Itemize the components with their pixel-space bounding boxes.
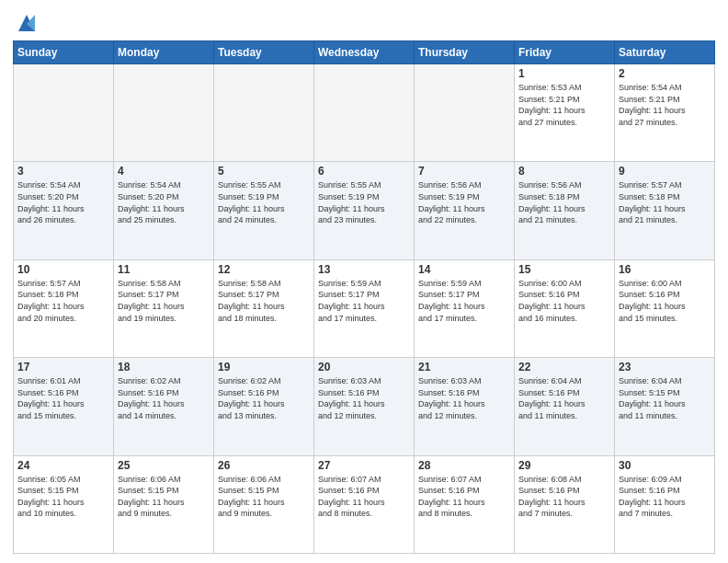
day-number: 1 <box>518 67 610 80</box>
calendar-day-cell: 18Sunrise: 6:02 AM Sunset: 5:16 PM Dayli… <box>114 358 214 455</box>
day-number: 30 <box>619 459 711 472</box>
day-info: Sunrise: 6:07 AM Sunset: 5:16 PM Dayligh… <box>318 474 410 520</box>
calendar-day-cell <box>314 64 415 162</box>
calendar-day-cell: 7Sunrise: 5:56 AM Sunset: 5:19 PM Daylig… <box>415 162 515 259</box>
calendar-day-header: Thursday <box>415 41 515 64</box>
day-info: Sunrise: 6:04 AM Sunset: 5:16 PM Dayligh… <box>518 375 610 421</box>
day-info: Sunrise: 5:54 AM Sunset: 5:20 PM Dayligh… <box>118 179 210 225</box>
calendar-day-cell: 19Sunrise: 6:02 AM Sunset: 5:16 PM Dayli… <box>214 358 314 455</box>
day-info: Sunrise: 6:01 AM Sunset: 5:16 PM Dayligh… <box>17 375 109 421</box>
day-number: 23 <box>619 361 711 373</box>
header <box>13 9 715 35</box>
day-info: Sunrise: 6:00 AM Sunset: 5:16 PM Dayligh… <box>518 278 610 324</box>
day-number: 14 <box>418 263 510 276</box>
day-info: Sunrise: 6:08 AM Sunset: 5:16 PM Dayligh… <box>518 474 610 520</box>
day-info: Sunrise: 6:02 AM Sunset: 5:16 PM Dayligh… <box>218 375 310 421</box>
day-number: 12 <box>218 263 310 276</box>
day-info: Sunrise: 5:56 AM Sunset: 5:19 PM Dayligh… <box>418 179 510 225</box>
day-info: Sunrise: 5:55 AM Sunset: 5:19 PM Dayligh… <box>218 179 310 225</box>
day-info: Sunrise: 6:05 AM Sunset: 5:15 PM Dayligh… <box>17 474 109 520</box>
day-number: 27 <box>318 459 410 472</box>
calendar-day-cell <box>114 64 214 162</box>
day-info: Sunrise: 5:56 AM Sunset: 5:18 PM Dayligh… <box>518 179 610 225</box>
calendar-day-cell: 4Sunrise: 5:54 AM Sunset: 5:20 PM Daylig… <box>114 162 214 259</box>
day-number: 9 <box>619 165 711 178</box>
calendar-day-cell: 2Sunrise: 5:54 AM Sunset: 5:21 PM Daylig… <box>615 64 715 162</box>
day-number: 6 <box>318 165 410 178</box>
day-number: 24 <box>17 459 109 472</box>
day-number: 17 <box>17 361 109 373</box>
calendar-day-cell: 14Sunrise: 5:59 AM Sunset: 5:17 PM Dayli… <box>415 259 515 357</box>
day-info: Sunrise: 5:58 AM Sunset: 5:17 PM Dayligh… <box>118 278 210 324</box>
calendar-day-cell: 25Sunrise: 6:06 AM Sunset: 5:15 PM Dayli… <box>114 455 214 553</box>
day-number: 7 <box>418 165 510 178</box>
calendar-day-cell: 28Sunrise: 6:07 AM Sunset: 5:16 PM Dayli… <box>415 455 515 553</box>
calendar-day-cell: 27Sunrise: 6:07 AM Sunset: 5:16 PM Dayli… <box>314 455 415 553</box>
day-number: 19 <box>218 361 310 373</box>
day-info: Sunrise: 6:03 AM Sunset: 5:16 PM Dayligh… <box>318 375 410 421</box>
calendar-day-cell: 10Sunrise: 5:57 AM Sunset: 5:18 PM Dayli… <box>14 259 114 357</box>
calendar-day-cell <box>415 64 515 162</box>
calendar-day-cell <box>14 64 114 162</box>
calendar-day-cell: 30Sunrise: 6:09 AM Sunset: 5:16 PM Dayli… <box>615 455 715 553</box>
day-number: 28 <box>418 459 510 472</box>
day-info: Sunrise: 6:00 AM Sunset: 5:16 PM Dayligh… <box>619 278 711 324</box>
day-number: 15 <box>518 263 610 276</box>
day-info: Sunrise: 5:54 AM Sunset: 5:21 PM Dayligh… <box>619 82 711 128</box>
day-info: Sunrise: 5:54 AM Sunset: 5:20 PM Dayligh… <box>17 179 109 225</box>
day-number: 20 <box>318 361 410 373</box>
day-info: Sunrise: 6:04 AM Sunset: 5:15 PM Dayligh… <box>619 375 711 421</box>
day-info: Sunrise: 5:57 AM Sunset: 5:18 PM Dayligh… <box>619 179 711 225</box>
calendar-day-header: Wednesday <box>314 41 415 64</box>
calendar-day-header: Friday <box>515 41 615 64</box>
calendar-week-row: 1Sunrise: 5:53 AM Sunset: 5:21 PM Daylig… <box>14 64 715 162</box>
calendar-day-cell: 1Sunrise: 5:53 AM Sunset: 5:21 PM Daylig… <box>515 64 615 162</box>
calendar-day-cell: 16Sunrise: 6:00 AM Sunset: 5:16 PM Dayli… <box>615 259 715 357</box>
calendar-day-cell: 13Sunrise: 5:59 AM Sunset: 5:17 PM Dayli… <box>314 259 415 357</box>
day-info: Sunrise: 6:02 AM Sunset: 5:16 PM Dayligh… <box>118 375 210 421</box>
calendar-day-cell: 5Sunrise: 5:55 AM Sunset: 5:19 PM Daylig… <box>214 162 314 259</box>
calendar-day-header: Monday <box>114 41 214 64</box>
day-info: Sunrise: 5:59 AM Sunset: 5:17 PM Dayligh… <box>418 278 510 324</box>
calendar-day-cell: 11Sunrise: 5:58 AM Sunset: 5:17 PM Dayli… <box>114 259 214 357</box>
day-number: 21 <box>418 361 510 373</box>
day-info: Sunrise: 5:59 AM Sunset: 5:17 PM Dayligh… <box>318 278 410 324</box>
calendar-day-cell: 22Sunrise: 6:04 AM Sunset: 5:16 PM Dayli… <box>515 358 615 455</box>
calendar-day-cell: 12Sunrise: 5:58 AM Sunset: 5:17 PM Dayli… <box>214 259 314 357</box>
calendar-day-header: Tuesday <box>214 41 314 64</box>
calendar-day-header: Sunday <box>14 41 114 64</box>
day-number: 5 <box>218 165 310 178</box>
calendar-week-row: 17Sunrise: 6:01 AM Sunset: 5:16 PM Dayli… <box>14 358 715 455</box>
day-number: 3 <box>17 165 109 178</box>
day-number: 22 <box>518 361 610 373</box>
day-info: Sunrise: 6:06 AM Sunset: 5:15 PM Dayligh… <box>218 474 310 520</box>
day-info: Sunrise: 5:57 AM Sunset: 5:18 PM Dayligh… <box>17 278 109 324</box>
calendar-week-row: 3Sunrise: 5:54 AM Sunset: 5:20 PM Daylig… <box>14 162 715 259</box>
calendar-day-cell: 15Sunrise: 6:00 AM Sunset: 5:16 PM Dayli… <box>515 259 615 357</box>
calendar-day-cell: 17Sunrise: 6:01 AM Sunset: 5:16 PM Dayli… <box>14 358 114 455</box>
page: SundayMondayTuesdayWednesdayThursdayFrid… <box>0 0 728 563</box>
day-number: 11 <box>118 263 210 276</box>
calendar-day-cell: 9Sunrise: 5:57 AM Sunset: 5:18 PM Daylig… <box>615 162 715 259</box>
day-number: 26 <box>218 459 310 472</box>
calendar-header-row: SundayMondayTuesdayWednesdayThursdayFrid… <box>14 41 715 64</box>
calendar-day-cell: 6Sunrise: 5:55 AM Sunset: 5:19 PM Daylig… <box>314 162 415 259</box>
day-number: 10 <box>17 263 109 276</box>
calendar-day-cell: 24Sunrise: 6:05 AM Sunset: 5:15 PM Dayli… <box>14 455 114 553</box>
calendar-day-cell: 26Sunrise: 6:06 AM Sunset: 5:15 PM Dayli… <box>214 455 314 553</box>
day-number: 8 <box>518 165 610 178</box>
logo-icon <box>15 11 39 35</box>
day-info: Sunrise: 6:07 AM Sunset: 5:16 PM Dayligh… <box>418 474 510 520</box>
day-number: 25 <box>118 459 210 472</box>
day-number: 2 <box>619 67 711 80</box>
calendar-day-cell: 20Sunrise: 6:03 AM Sunset: 5:16 PM Dayli… <box>314 358 415 455</box>
calendar-table: SundayMondayTuesdayWednesdayThursdayFrid… <box>13 40 715 554</box>
calendar-day-cell: 8Sunrise: 5:56 AM Sunset: 5:18 PM Daylig… <box>515 162 615 259</box>
logo-area <box>13 9 39 35</box>
day-info: Sunrise: 6:06 AM Sunset: 5:15 PM Dayligh… <box>118 474 210 520</box>
day-info: Sunrise: 6:03 AM Sunset: 5:16 PM Dayligh… <box>418 375 510 421</box>
calendar-day-header: Saturday <box>615 41 715 64</box>
calendar-day-cell: 23Sunrise: 6:04 AM Sunset: 5:15 PM Dayli… <box>615 358 715 455</box>
calendar-day-cell: 3Sunrise: 5:54 AM Sunset: 5:20 PM Daylig… <box>14 162 114 259</box>
day-number: 18 <box>118 361 210 373</box>
